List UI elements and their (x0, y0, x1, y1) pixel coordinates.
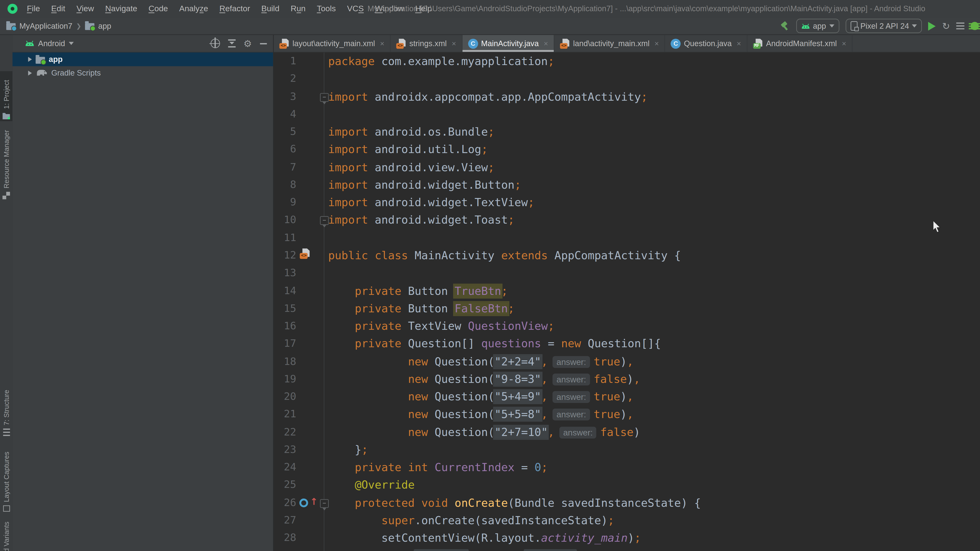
menu-item-code[interactable]: Code (143, 0, 173, 17)
tab-question.java[interactable]: CQuestion.java× (665, 35, 747, 52)
tool-stripe-captures[interactable]: Layout Captures (0, 438, 13, 513)
locate-file-icon[interactable] (210, 39, 220, 48)
code-line: 12<>public class MainActivity extends Ap… (274, 247, 980, 265)
tab-layout-activity-main.xml[interactable]: <>layout\activity_main.xml× (274, 35, 391, 52)
tree-item-app[interactable]: app (13, 52, 273, 66)
line-number: 1 (274, 52, 296, 70)
related-layout-file-icon[interactable]: <> (300, 248, 310, 259)
menu-item-file[interactable]: File (21, 0, 46, 17)
left-tool-stripe: 1: ProjectResource Manager7: StructureLa… (0, 35, 13, 551)
navigation-breadcrumb: MyApplication7 ❯ app (6, 17, 111, 35)
tab-androidmanifest.xml[interactable]: MFAndroidManifest.xml× (747, 35, 853, 52)
line-number: 22 (274, 423, 296, 441)
run-configuration-select[interactable]: app (796, 19, 839, 33)
apply-code-changes-icon[interactable] (956, 22, 964, 29)
line-number: 2 (274, 70, 296, 88)
code-line: 19 new Question("9-8=3",answer:false), (274, 370, 980, 388)
close-icon[interactable]: × (842, 39, 846, 48)
tool-stripe-resource[interactable]: Resource Manager (0, 126, 13, 201)
tool-stripe-variants[interactable]: Build Variants (0, 512, 13, 551)
line-number: 4 (274, 105, 296, 123)
line-number: 25 (274, 476, 296, 494)
close-icon[interactable]: × (380, 39, 384, 48)
tool-stripe-project[interactable]: 1: Project (0, 71, 13, 121)
apply-changes-icon[interactable]: ↻ (942, 21, 950, 31)
tab-strings.xml[interactable]: <>strings.xml× (391, 35, 463, 52)
title-bar: FileEditViewNavigateCodeAnalyzeRefactorB… (0, 0, 980, 18)
parameter-hint: answer: (553, 356, 590, 368)
code-line: 27 super.onCreate(savedInstanceState); (274, 511, 980, 529)
menu-item-view[interactable]: View (71, 0, 100, 17)
code-line: 28 setContentView(R.layout.activity_main… (274, 529, 980, 547)
menu-item-refactor[interactable]: Refactor (214, 0, 256, 17)
collapsed-chevron-icon[interactable] (28, 57, 32, 62)
line-number: 8 (274, 176, 296, 194)
line-number: 15 (274, 300, 296, 318)
code-line: 23 }; (274, 441, 980, 459)
device-select[interactable]: Pixel 2 API 24 (845, 19, 922, 33)
editor-tab-bar: <>layout\activity_main.xml×<>strings.xml… (274, 35, 980, 52)
hide-panel-icon[interactable] (260, 43, 267, 44)
code-text: import android.os.Bundle; (328, 123, 495, 141)
gear-icon[interactable]: ⚙ (243, 38, 252, 49)
main-toolbar: MyApplication7 ❯ app app Pixel 2 API 24 (0, 17, 980, 35)
fold-marker-icon[interactable]: − (320, 216, 329, 225)
breadcrumb-module[interactable]: app (98, 22, 111, 30)
line-number: 18 (274, 353, 296, 370)
run-button[interactable] (928, 22, 936, 30)
override-method-icon[interactable] (299, 499, 308, 507)
tool-stripe-label: Build Variants (2, 522, 10, 551)
tab-label: strings.xml (409, 39, 447, 48)
project-view-select[interactable]: Android (25, 35, 74, 52)
line-number: 11 (274, 229, 296, 247)
collapsed-chevron-icon[interactable] (28, 71, 32, 76)
tool-stripe-structure[interactable]: 7: Structure (0, 379, 13, 438)
menu-item-vcs[interactable]: VCS (341, 0, 369, 17)
close-icon[interactable]: × (544, 39, 548, 48)
run-configuration-label: app (813, 22, 826, 30)
fold-marker-icon[interactable]: − (320, 499, 329, 508)
code-text: package com.example.myapplication; (328, 52, 554, 70)
code-line: 20 new Question("5+4=9",answer:true), (274, 388, 980, 406)
code-text: @Override (328, 476, 415, 494)
chevron-right-icon: ❯ (76, 22, 81, 29)
tab-land-activity-main.xml[interactable]: <>land\activity_main.xml× (554, 35, 665, 52)
menu-item-tools[interactable]: Tools (311, 0, 341, 17)
collapse-all-icon[interactable] (228, 40, 235, 48)
code-line: 14 private Button TrueBtn; (274, 282, 980, 300)
parameter-hint: answer: (553, 373, 590, 386)
line-number: 29 (274, 547, 296, 551)
breadcrumb-project[interactable]: MyApplication7 (19, 22, 72, 30)
project-panel-header: Android ⚙ (13, 35, 273, 52)
debug-button[interactable] (970, 22, 979, 30)
build-hammer-icon[interactable] (780, 21, 790, 31)
code-editor[interactable]: 1package com.example.myapplication;23−im… (274, 52, 980, 551)
code-text: }; (328, 441, 368, 459)
menu-item-build[interactable]: Build (256, 0, 285, 17)
tab-mainactivity.java[interactable]: CMainActivity.java× (462, 35, 554, 52)
menu-item-edit[interactable]: Edit (46, 0, 71, 17)
code-line-partial: 29 (274, 547, 980, 551)
tree-item-gradle-scripts[interactable]: Gradle Scripts (13, 66, 273, 80)
menu-item-run[interactable]: Run (285, 0, 311, 17)
code-text: new Question("2+7=10",answer:false) (328, 423, 640, 441)
code-text: import android.widget.Toast; (328, 211, 514, 229)
menu-item-analyze[interactable]: Analyze (174, 0, 214, 17)
close-icon[interactable]: × (655, 39, 659, 48)
code-text: import android.util.Log; (328, 141, 488, 159)
code-text: private TextView QuestionView; (328, 318, 554, 335)
code-line: 17 private Question[] questions = new Qu… (274, 335, 980, 353)
line-number: 7 (274, 158, 296, 176)
tree-item-label: Gradle Scripts (51, 68, 101, 78)
code-text: new Question("5+5=8",answer:true), (328, 406, 633, 423)
fold-marker-icon[interactable]: − (320, 93, 329, 102)
menu-item-navigate[interactable]: Navigate (100, 0, 143, 17)
close-icon[interactable]: × (737, 39, 741, 48)
android-head-icon (801, 23, 810, 29)
line-number: 19 (274, 370, 296, 388)
override-arrow-icon: ↑ (310, 495, 318, 508)
phone-device-icon (850, 21, 857, 30)
code-line: 25 @Override (274, 476, 980, 494)
close-icon[interactable]: × (452, 39, 456, 48)
line-number: 13 (274, 265, 296, 282)
